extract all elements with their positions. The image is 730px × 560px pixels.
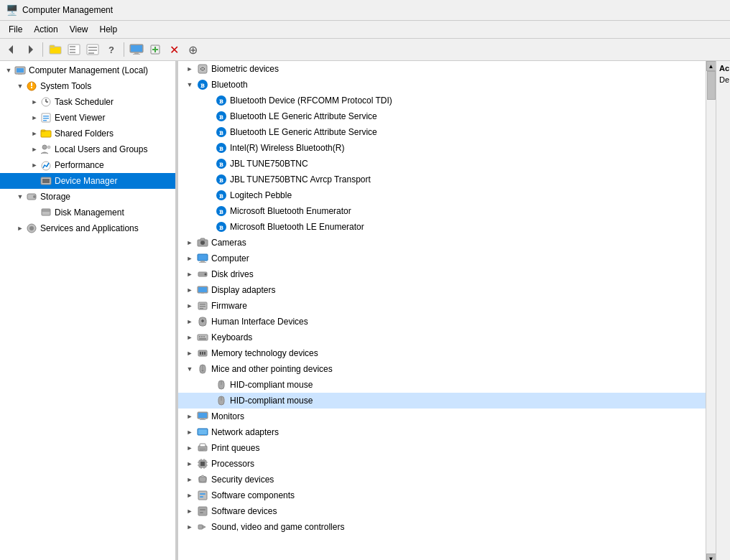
sound-video-icon [197,521,208,533]
biometric-icon [197,63,208,75]
left-panel: ▼ Computer Management (Local) ▼ System T… [0,61,176,560]
svg-text:ʙ: ʙ [219,144,223,152]
menu-file[interactable]: File [3,22,28,37]
tree-system-tools[interactable]: ▼ System Tools [0,78,175,94]
keyboards-label: Keyboards [211,332,252,342]
tree-services-apps[interactable]: ► Services and Applications [0,220,175,236]
details-button[interactable] [84,41,101,58]
bt-ms-enum-label: Microsoft Bluetooth Enumerator [230,206,351,216]
scroll-down-button[interactable]: ▼ [706,554,716,560]
tree-local-users[interactable]: ► Local Users and Groups [0,141,175,157]
local-users-expander: ► [29,146,40,153]
device-disk-drives[interactable]: ► Disk drives [178,266,706,282]
svg-rect-113 [200,462,205,466]
device-processors[interactable]: ► Processors [178,456,706,472]
add-button[interactable] [147,41,164,58]
monitor-button[interactable] [128,41,145,58]
svg-rect-42 [42,209,50,211]
disk-drives-label: Disk drives [211,269,254,279]
device-security[interactable]: ► Security devices [178,472,706,487]
display-adapters-label: Display adapters [211,285,275,295]
tree-root[interactable]: ▼ Computer Management (Local) [0,62,175,78]
device-bt-le-1[interactable]: ʙ Bluetooth LE Generic Attribute Service [178,108,706,124]
svg-rect-24 [31,87,32,88]
scroll-up-button[interactable]: ▲ [706,61,716,71]
svg-rect-3 [50,45,55,47]
device-mice[interactable]: ▼ Mice and other pointing devices [178,361,706,377]
device-bt-intel[interactable]: ʙ Intel(R) Wireless Bluetooth(R) [178,140,706,156]
task-scheduler-expander: ► [29,98,40,106]
scroll-thumb[interactable] [707,71,716,100]
menu-bar: File Action View Help [0,21,730,39]
title-bar: 🖥️ Computer Management [0,0,730,21]
memory-tech-icon [197,347,208,359]
device-bt-le-2[interactable]: ʙ Bluetooth LE Generic Attribute Service [178,124,706,140]
tree-task-scheduler[interactable]: ► Task Scheduler [0,94,175,110]
device-biometric[interactable]: ► Biometric devices [178,61,706,77]
device-firmware[interactable]: ► Firmware [178,298,706,314]
help-button[interactable]: ? [103,41,120,58]
device-bt-jbl2[interactable]: ʙ JBL TUNE750BTNC Avrcp Transport [178,172,706,187]
device-software-devices[interactable]: ► Software devices [178,503,706,519]
forward-button[interactable] [22,41,39,58]
svg-rect-103 [201,419,204,419]
svg-rect-29 [43,116,49,117]
cameras-expander: ► [184,239,195,246]
device-network[interactable]: ► Network adapters [178,424,706,440]
keyboards-icon [197,332,208,343]
device-bt-logitech[interactable]: ʙ Logitech Pebble [178,187,706,203]
device-display-adapters[interactable]: ► Display adapters [178,282,706,298]
bt-intel-label: Intel(R) Wireless Bluetooth(R) [230,143,344,153]
device-cameras[interactable]: ► Cameras [178,235,706,251]
svg-rect-104 [200,419,205,420]
mice-label: Mice and other pointing devices [211,364,333,374]
software-components-icon [197,490,208,501]
scrollbar[interactable]: ▲ ▼ [706,61,716,560]
device-computer[interactable]: ► Computer [178,251,706,266]
network-icon [197,426,208,438]
device-keyboards[interactable]: ► Keyboards [178,330,706,345]
device-bt-ms-enum[interactable]: ʙ Microsoft Bluetooth Enumerator [178,203,706,219]
menu-action[interactable]: Action [28,22,63,37]
svg-rect-106 [198,429,207,434]
back-button[interactable] [3,41,20,58]
device-sound-video[interactable]: ► Sound, video and game controllers [178,519,706,535]
svg-rect-13 [131,45,142,52]
svg-rect-88 [203,336,205,337]
delete-button[interactable]: ✕ [165,41,182,58]
folder-button[interactable] [47,41,64,58]
svg-rect-91 [200,352,201,355]
biometric-label: Biometric devices [211,64,279,74]
tree-shared-folders[interactable]: ► Shared Folders [0,126,175,141]
device-memory-tech[interactable]: ► Memory technology devices [178,345,706,361]
device-hid-mouse-1[interactable]: HID-compliant mouse [178,377,706,393]
svg-text:ʙ: ʙ [219,176,223,184]
device-bt-jbl1[interactable]: ʙ JBL TUNE750BTNC [178,156,706,172]
device-bt-ms-le[interactable]: ʙ Microsoft Bluetooth LE Enumerator [178,219,706,235]
tree-button[interactable] [65,41,83,58]
device-bluetooth[interactable]: ▼ ʙ Bluetooth [178,77,706,93]
shared-folders-icon [40,128,52,139]
device-bt-rfcomm[interactable]: ʙ Bluetooth Device (RFCOMM Protocol TDI) [178,93,706,108]
properties-button[interactable]: ⊕ [184,41,201,58]
device-monitors[interactable]: ► Monitors [178,409,706,424]
monitors-label: Monitors [211,411,244,421]
tree-disk-management[interactable]: Disk Management [0,205,175,220]
tree-storage[interactable]: ▼ Storage [0,189,175,205]
keyboards-expander: ► [184,334,195,341]
device-hid-mouse-2[interactable]: HID-compliant mouse [178,393,706,409]
tree-performance[interactable]: ► Performance [0,157,175,173]
hid-label: Human Interface Devices [211,317,308,327]
device-print-queues[interactable]: ► Print queues [178,440,706,456]
svg-text:ʙ: ʙ [219,192,223,200]
menu-help[interactable]: Help [94,22,124,37]
device-software-components[interactable]: ► Software components [178,487,706,503]
svg-rect-124 [200,493,205,495]
menu-view[interactable]: View [64,22,94,37]
tree-device-manager[interactable]: Device Manager [0,173,175,189]
device-hid[interactable]: ► Human Interface Devices [178,314,706,330]
tree-event-viewer[interactable]: ► Event Viewer [0,110,175,126]
svg-rect-102 [198,413,207,418]
bt-ms-le-label: Microsoft Bluetooth LE Enumerator [230,222,364,232]
svg-text:ʙ: ʙ [219,207,223,215]
